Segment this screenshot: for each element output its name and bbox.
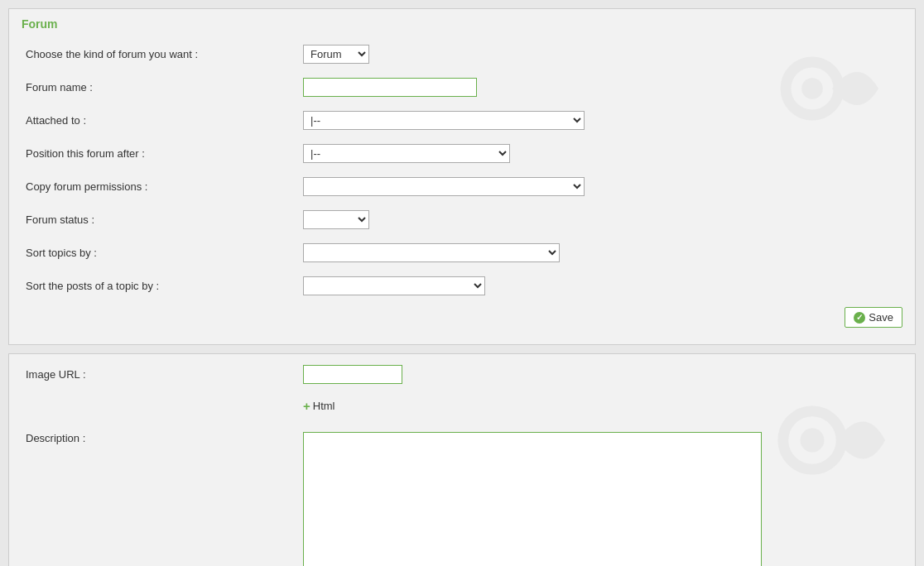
position-label: Position this forum after : bbox=[22, 147, 303, 160]
sort-posts-wrap bbox=[303, 276, 902, 295]
attached-to-label: Attached to : bbox=[22, 114, 303, 127]
forum-name-wrap bbox=[303, 78, 902, 97]
html-row: + Html bbox=[22, 396, 902, 419]
image-url-label: Image URL : bbox=[22, 368, 303, 381]
description-textarea[interactable] bbox=[303, 432, 762, 566]
sort-topics-row: Sort topics by : bbox=[22, 241, 902, 264]
description-section: Image URL : + Html Description : ✓ Save bbox=[8, 353, 916, 566]
forum-name-row: Forum name : bbox=[22, 75, 902, 98]
image-url-wrap bbox=[303, 365, 902, 384]
copy-perms-wrap bbox=[303, 177, 902, 196]
forum-status-label: Forum status : bbox=[22, 213, 303, 226]
forum-name-input[interactable] bbox=[303, 78, 477, 97]
description-row: Description : bbox=[22, 429, 902, 566]
sort-topics-wrap bbox=[303, 243, 902, 262]
html-label-text: Html bbox=[313, 400, 335, 412]
copy-perms-row: Copy forum permissions : bbox=[22, 175, 902, 198]
forum-type-wrap: Forum Category Link bbox=[303, 45, 902, 64]
sort-topics-label: Sort topics by : bbox=[22, 247, 303, 259]
description-label: Description : bbox=[22, 432, 303, 444]
forum-section: Forum Choose the kind of forum you want … bbox=[8, 8, 916, 345]
position-row: Position this forum after : |-- bbox=[22, 142, 902, 165]
save-check-icon: ✓ bbox=[854, 312, 865, 324]
section1-save-label: Save bbox=[869, 311, 893, 324]
forum-status-row: Forum status : Open Closed bbox=[22, 208, 902, 231]
image-url-input[interactable] bbox=[303, 365, 402, 384]
position-select[interactable]: |-- bbox=[303, 144, 510, 163]
image-url-row: Image URL : bbox=[22, 362, 902, 386]
sort-topics-select[interactable] bbox=[303, 243, 560, 262]
sort-posts-row: Sort the posts of a topic by : bbox=[22, 274, 902, 297]
copy-perms-label: Copy forum permissions : bbox=[22, 180, 303, 193]
forum-type-row: Choose the kind of forum you want : Foru… bbox=[22, 42, 902, 65]
section1-save-button[interactable]: ✓ Save bbox=[845, 307, 902, 328]
position-wrap: |-- bbox=[303, 144, 902, 163]
html-label: + Html bbox=[303, 399, 902, 413]
html-label-wrap: + Html bbox=[303, 399, 902, 416]
copy-perms-select[interactable] bbox=[303, 177, 585, 196]
html-plus-icon: + bbox=[303, 399, 310, 413]
forum-type-select[interactable]: Forum Category Link bbox=[303, 45, 369, 64]
section1-save-row: ✓ Save bbox=[22, 307, 902, 328]
forum-status-wrap: Open Closed bbox=[303, 210, 902, 229]
forum-name-label: Forum name : bbox=[22, 81, 303, 94]
section1-title: Forum bbox=[22, 17, 902, 31]
attached-to-row: Attached to : |-- bbox=[22, 108, 902, 132]
attached-to-select[interactable]: |-- bbox=[303, 111, 585, 130]
sort-posts-label: Sort the posts of a topic by : bbox=[22, 280, 303, 292]
forum-status-select[interactable]: Open Closed bbox=[303, 210, 369, 229]
sort-posts-select[interactable] bbox=[303, 276, 485, 295]
attached-to-wrap: |-- bbox=[303, 111, 902, 130]
forum-type-label: Choose the kind of forum you want : bbox=[22, 48, 303, 60]
description-wrap bbox=[303, 432, 902, 566]
